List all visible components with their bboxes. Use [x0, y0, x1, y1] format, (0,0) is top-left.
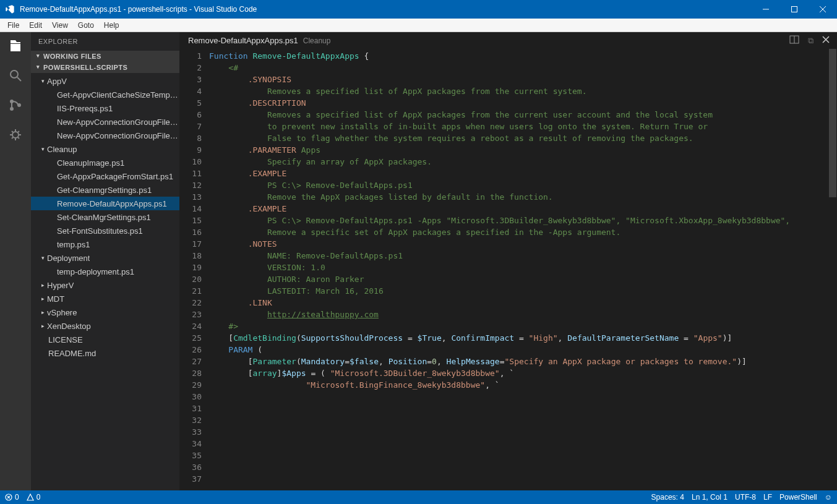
tree-item-label: temp.ps1	[57, 240, 90, 249]
editor-tabs: Remove-DefaultAppxApps.ps1 Cleanup ⧉	[179, 32, 837, 49]
sidebar: EXPLORER ▾WORKING FILES ▾POWERSHELL-SCRI…	[31, 32, 179, 490]
split-editor-icon[interactable]	[789, 35, 799, 46]
svg-point-2	[11, 100, 13, 103]
menu-edit[interactable]: Edit	[24, 20, 47, 31]
menu-goto[interactable]: Goto	[73, 20, 99, 31]
close-editor-icon[interactable]	[822, 36, 830, 45]
folder-item[interactable]: ▾AppV	[31, 74, 179, 88]
chevron-right-icon: ▸	[40, 282, 46, 288]
title-bar: Remove-DefaultAppxApps.ps1 - powershell-…	[0, 0, 837, 19]
tree-item-label: New-AppvConnectionGroupFile…	[57, 131, 178, 140]
tree-item-label: New-AppvConnectionGroupFile…	[57, 117, 178, 127]
encoding-status[interactable]: UTF-8	[735, 493, 756, 502]
folder-item[interactable]: ▸MDT	[31, 292, 179, 305]
folder-item[interactable]: ▾Cleanup	[31, 142, 179, 156]
folder-item[interactable]: ▸HyperV	[31, 278, 179, 292]
tree-item-label: MDT	[47, 294, 64, 304]
project-header[interactable]: ▾POWERSHELL-SCRIPTS	[31, 62, 179, 73]
warnings-count[interactable]: 0	[27, 493, 41, 502]
file-item[interactable]: Get-AppvClientCacheSizeTemp…	[31, 88, 179, 101]
code-editor[interactable]: 1234567891011121314151617181920212223242…	[179, 49, 837, 490]
tab-group: Cleanup	[303, 36, 331, 45]
file-item[interactable]: temp.ps1	[31, 237, 179, 251]
file-item[interactable]: Set-CleanMgrSettings.ps1	[31, 210, 179, 224]
tree-item-label: README.md	[48, 349, 96, 358]
svg-rect-0	[792, 7, 797, 12]
git-icon[interactable]	[8, 98, 23, 113]
file-item[interactable]: Remove-DefaultAppxApps.ps1	[31, 197, 179, 210]
tree-item-label: LICENSE	[48, 335, 83, 344]
file-item[interactable]: LICENSE	[31, 333, 179, 346]
file-item[interactable]: README.md	[31, 346, 179, 360]
chevron-right-icon: ▸	[40, 296, 46, 302]
feedback-icon[interactable]: ☺	[825, 493, 832, 502]
code-content[interactable]: Function Remove-DefaultAppxApps { <# .SY…	[209, 49, 837, 490]
tree-item-label: XenDesktop	[47, 322, 91, 331]
cursor-position[interactable]: Ln 1, Col 1	[692, 493, 728, 502]
tree-item-label: Get-CleanmgrSettings.ps1	[57, 186, 152, 195]
tree-item-label: Deployment	[47, 254, 90, 263]
file-item[interactable]: temp-deployment.ps1	[31, 265, 179, 278]
file-item[interactable]: New-AppvConnectionGroupFile…	[31, 129, 179, 142]
chevron-down-icon: ▾	[40, 78, 46, 84]
chevron-right-icon: ▸	[40, 309, 46, 315]
tree-item-label: temp-deployment.ps1	[57, 267, 134, 276]
line-numbers: 1234567891011121314151617181920212223242…	[179, 49, 209, 490]
folder-item[interactable]: ▸XenDesktop	[31, 319, 179, 333]
tree-item-label: vSphere	[47, 308, 77, 317]
chevron-right-icon: ▸	[40, 323, 46, 329]
tree-item-label: HyperV	[47, 281, 74, 290]
activity-bar	[0, 32, 31, 490]
file-item[interactable]: Get-AppxPackageFromStart.ps1	[31, 169, 179, 183]
explorer-icon[interactable]	[8, 38, 23, 53]
language-status[interactable]: PowerShell	[779, 493, 817, 502]
menu-help[interactable]: Help	[99, 20, 124, 31]
search-icon[interactable]	[8, 68, 23, 83]
window-title: Remove-DefaultAppxApps.ps1 - powershell-…	[20, 5, 752, 14]
explorer-title: EXPLORER	[31, 32, 179, 51]
status-bar: 0 0 Spaces: 4 Ln 1, Col 1 UTF-8 LF Power…	[0, 490, 837, 504]
file-item[interactable]: Set-FontSubstitutes.ps1	[31, 224, 179, 237]
file-tree: ▾AppVGet-AppvClientCacheSizeTemp…IIS-Pre…	[31, 73, 179, 360]
menu-bar: File Edit View Goto Help	[0, 19, 837, 32]
file-item[interactable]: CleanupImage.ps1	[31, 156, 179, 169]
tree-item-label: CleanupImage.ps1	[57, 158, 124, 168]
menu-file[interactable]: File	[2, 20, 24, 31]
tree-item-label: Remove-DefaultAppxApps.ps1	[57, 199, 167, 208]
chevron-down-icon: ▾	[40, 255, 46, 261]
tree-item-label: Set-FontSubstitutes.ps1	[57, 226, 143, 236]
tree-item-label: Cleanup	[47, 145, 77, 154]
file-item[interactable]: Get-CleanmgrSettings.ps1	[31, 183, 179, 197]
more-icon[interactable]: ⧉	[808, 36, 813, 46]
minimize-button[interactable]	[752, 0, 780, 19]
folder-item[interactable]: ▸vSphere	[31, 305, 179, 319]
vscode-icon	[5, 4, 15, 14]
errors-count[interactable]: 0	[5, 493, 19, 502]
eol-status[interactable]: LF	[763, 493, 772, 502]
tree-item-label: Get-AppvClientCacheSizeTemp…	[57, 90, 178, 100]
tree-item-label: IIS-Prereqs.ps1	[57, 104, 113, 113]
tree-item-label: Get-AppxPackageFromStart.ps1	[57, 172, 173, 181]
file-item[interactable]: New-AppvConnectionGroupFile…	[31, 115, 179, 129]
main-area: EXPLORER ▾WORKING FILES ▾POWERSHELL-SCRI…	[0, 32, 837, 490]
maximize-button[interactable]	[780, 0, 809, 19]
svg-point-3	[11, 108, 13, 110]
file-item[interactable]: IIS-Prereqs.ps1	[31, 101, 179, 115]
svg-point-1	[11, 70, 18, 78]
tree-item-label: Set-CleanMgrSettings.ps1	[57, 213, 151, 222]
close-button[interactable]	[809, 0, 837, 19]
debug-icon[interactable]	[8, 127, 23, 142]
tab-filename[interactable]: Remove-DefaultAppxApps.ps1	[188, 36, 298, 45]
indent-status[interactable]: Spaces: 4	[651, 493, 684, 502]
chevron-down-icon: ▾	[40, 146, 46, 152]
tree-item-label: AppV	[47, 77, 67, 86]
svg-point-5	[12, 132, 19, 138]
menu-view[interactable]: View	[47, 20, 73, 31]
window-controls	[752, 0, 837, 19]
folder-item[interactable]: ▾Deployment	[31, 251, 179, 265]
editor-area: Remove-DefaultAppxApps.ps1 Cleanup ⧉ 123…	[179, 32, 837, 490]
working-files-header[interactable]: ▾WORKING FILES	[31, 51, 179, 62]
